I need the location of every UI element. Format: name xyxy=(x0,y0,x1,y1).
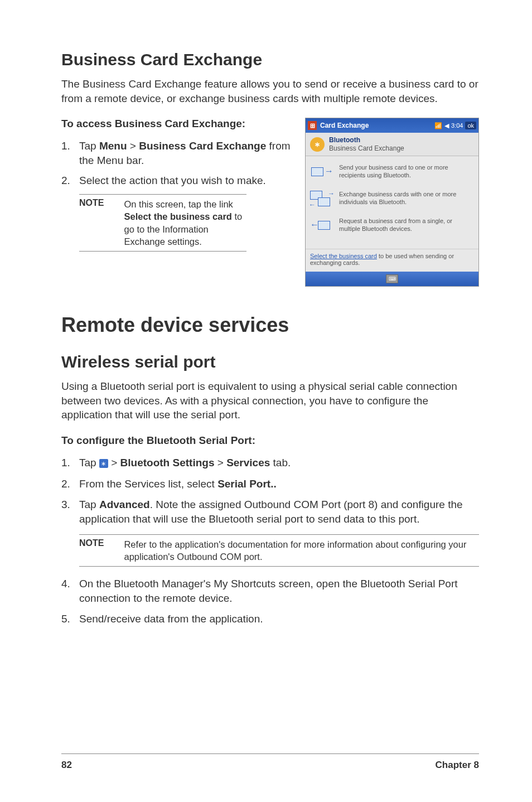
bluetooth-icon: ∗ xyxy=(99,459,108,468)
step-number: 5. xyxy=(61,612,70,626)
screenshot-bottombar: ⌨ xyxy=(306,272,478,286)
steps-list-2: 1. Tap ∗ > Bluetooth Settings > Services… xyxy=(61,456,479,526)
screenshot-option-request[interactable]: ← Request a business card from a single,… xyxy=(310,218,474,234)
steps-list-1: 1. Tap Menu > Business Card Exchange fro… xyxy=(61,139,292,187)
subheading-configure-bsp: To configure the Bluetooth Serial Port: xyxy=(61,434,479,447)
step-bold: Business Card Exchange xyxy=(139,140,266,152)
note-label: NOTE xyxy=(79,538,104,563)
step-5: 5. Send/receive data from the applicatio… xyxy=(61,612,479,626)
send-card-icon: → xyxy=(310,164,333,181)
start-icon: ⊞ xyxy=(308,121,317,130)
screenshot-card-exchange: ⊞ Card Exchange 📶 ◀ 3:04 ok ∗ Bluetooth … xyxy=(305,118,479,287)
intro-paragraph-2: Using a Bluetooth serial port is equival… xyxy=(61,379,479,422)
step-2: 2. From the Services list, select Serial… xyxy=(61,477,479,491)
speaker-icon: ◀ xyxy=(444,122,449,129)
screenshot-option-exchange[interactable]: → ← Exchange business cards with one or … xyxy=(310,191,474,207)
screenshot-body: → Send your business card to one or more… xyxy=(306,156,478,249)
step-text: From the Services list, select xyxy=(79,478,217,490)
note-label: NOTE xyxy=(79,198,104,248)
screenshot-footer: Select the business card to be used when… xyxy=(306,249,478,272)
option-text: Exchange business cards with one or more… xyxy=(339,191,474,206)
request-card-icon: ← xyxy=(310,218,333,234)
exchange-card-icon: → ← xyxy=(310,191,333,207)
step-bold: Services xyxy=(226,457,270,468)
titlebar-status: 📶 ◀ 3:04 ok xyxy=(434,122,476,129)
step-sep: > xyxy=(214,457,226,468)
step-text: Tap xyxy=(79,457,99,468)
heading-wireless-serial-port: Wireless serial port xyxy=(61,352,479,371)
screenshot-header-sub: Business Card Exchange xyxy=(329,144,404,152)
step-number: 1. xyxy=(61,456,70,470)
option-text: Send your business card to one or more r… xyxy=(339,164,474,180)
step-number: 2. xyxy=(61,477,70,491)
heading-business-card-exchange: Business Card Exchange xyxy=(61,50,479,69)
step-1: 1. Tap Menu > Business Card Exchange fro… xyxy=(61,139,292,167)
step-sep: > xyxy=(108,457,120,468)
intro-paragraph-1: The Business Card Exchange feature allow… xyxy=(61,77,479,105)
page-footer: 82 Chapter 8 xyxy=(61,753,479,771)
step-text: Select the action that you wish to make. xyxy=(79,175,266,186)
bluetooth-icon: ∗ xyxy=(310,137,325,152)
note-block-2: NOTE Refer to the application's document… xyxy=(79,534,479,567)
step-sep: > xyxy=(127,140,139,152)
step-text: On the Bluetooth Manager's My Shortcuts … xyxy=(79,578,458,604)
keyboard-icon[interactable]: ⌨ xyxy=(386,274,398,283)
steps-list-2-cont: 4. On the Bluetooth Manager's My Shortcu… xyxy=(61,577,479,626)
screenshot-title: Card Exchange xyxy=(320,122,434,129)
option-text: Request a business card from a single, o… xyxy=(339,218,474,233)
ok-button[interactable]: ok xyxy=(465,122,476,129)
step-text: Tap xyxy=(79,140,99,152)
step-4: 4. On the Bluetooth Manager's My Shortcu… xyxy=(61,577,479,605)
select-business-card-link[interactable]: Select the business card xyxy=(310,253,377,259)
screenshot-option-send[interactable]: → Send your business card to one or more… xyxy=(310,164,474,181)
screenshot-header-title: Bluetooth xyxy=(329,136,404,144)
step-number: 4. xyxy=(61,577,70,591)
step-1: 1. Tap ∗ > Bluetooth Settings > Services… xyxy=(61,456,479,470)
note-text-bold: Select the business card xyxy=(124,211,232,221)
step-text: Send/receive data from the application. xyxy=(79,613,263,625)
screenshot-titlebar: ⊞ Card Exchange 📶 ◀ 3:04 ok xyxy=(306,118,478,133)
page-number: 82 xyxy=(61,760,72,771)
step-number: 2. xyxy=(61,173,70,188)
step-number: 1. xyxy=(61,139,70,153)
clock-text: 3:04 xyxy=(451,122,463,129)
screenshot-header: ∗ Bluetooth Business Card Exchange xyxy=(306,133,478,156)
step-bold: Serial Port.. xyxy=(217,478,277,490)
step-text: tab. xyxy=(270,457,291,468)
signal-icon: 📶 xyxy=(434,122,442,129)
note-text: Refer to the application's documentation… xyxy=(124,538,479,563)
note-text: On this screen, tap the link Select the … xyxy=(124,198,246,248)
note-text-part: On this screen, tap the link xyxy=(124,199,233,209)
step-bold: Bluetooth Settings xyxy=(120,457,215,468)
subheading-access-bce: To access Business Card Exchange: xyxy=(61,118,292,130)
step-bold: Menu xyxy=(99,140,127,152)
step-2: 2. Select the action that you wish to ma… xyxy=(61,173,292,188)
step-3: 3. Tap Advanced. Note the assigned Outbo… xyxy=(61,497,479,526)
step-number: 3. xyxy=(61,497,70,512)
note-block-1: NOTE On this screen, tap the link Select… xyxy=(79,194,246,252)
heading-remote-device-services: Remote device services xyxy=(61,313,479,337)
step-bold: Advanced xyxy=(99,499,150,510)
step-text: Tap xyxy=(79,499,99,510)
chapter-label: Chapter 8 xyxy=(436,760,479,771)
